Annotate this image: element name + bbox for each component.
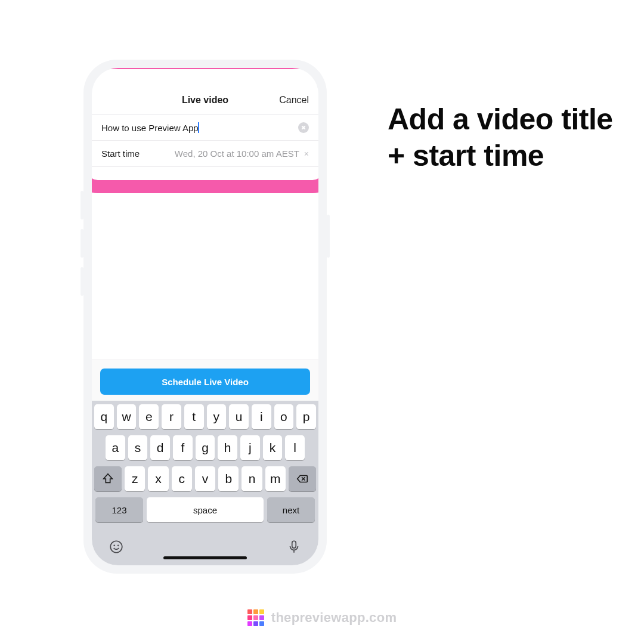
preview-logo-icon [247, 609, 264, 626]
key-i[interactable]: i [252, 404, 271, 429]
title-input-row[interactable]: How to use Preview App [92, 114, 318, 141]
instruction-headline: Add a video title + start time [388, 101, 614, 174]
key-m[interactable]: m [265, 466, 286, 491]
phone-frame: Live video Cancel How to use Preview App… [83, 60, 327, 574]
start-time-value: Wed, 20 Oct at 10:00 am AEST [175, 148, 299, 159]
keyboard-row-1: q w e r t y u i o p [94, 404, 316, 429]
keyboard-row-3: z x c v b n m [94, 466, 316, 491]
keyboard-footer [94, 534, 316, 565]
key-q[interactable]: q [94, 404, 114, 429]
key-j[interactable]: j [240, 435, 260, 460]
svg-point-1 [114, 545, 114, 546]
schedule-button[interactable]: Schedule Live Video [100, 369, 310, 395]
home-indicator [163, 556, 247, 559]
key-g[interactable]: g [196, 435, 215, 460]
key-backspace[interactable] [289, 466, 316, 491]
key-x[interactable]: x [148, 466, 168, 491]
key-u[interactable]: u [229, 404, 249, 429]
clear-text-icon[interactable] [298, 122, 309, 133]
key-s[interactable]: s [128, 435, 148, 460]
key-n[interactable]: n [242, 466, 262, 491]
key-numbers[interactable]: 123 [95, 497, 143, 522]
backspace-icon [296, 472, 309, 485]
watermark-text: thepreviewapp.com [271, 610, 397, 626]
keyboard-row-2: a s d f g h j k l [94, 435, 316, 460]
dictation-icon[interactable] [286, 539, 302, 557]
key-p[interactable]: p [296, 404, 316, 429]
key-z[interactable]: z [125, 466, 145, 491]
svg-point-2 [118, 545, 119, 546]
start-time-label: Start time [101, 148, 140, 159]
key-v[interactable]: v [195, 466, 215, 491]
emoji-icon[interactable] [109, 539, 124, 557]
watermark: thepreviewapp.com [0, 609, 644, 626]
cancel-button[interactable]: Cancel [279, 95, 309, 106]
key-k[interactable]: k [263, 435, 283, 460]
navbar-title: Live video [182, 95, 228, 106]
svg-point-0 [110, 541, 122, 553]
key-w[interactable]: w [117, 404, 137, 429]
key-y[interactable]: y [207, 404, 227, 429]
key-next[interactable]: next [267, 497, 315, 522]
key-shift[interactable] [94, 466, 122, 491]
navbar: Live video Cancel [92, 86, 318, 114]
start-time-row[interactable]: Start time Wed, 20 Oct at 10:00 am AEST … [92, 141, 318, 167]
title-input-value[interactable]: How to use Preview App [101, 122, 293, 133]
shift-icon [101, 472, 114, 485]
key-c[interactable]: c [172, 466, 192, 491]
key-l[interactable]: l [285, 435, 305, 460]
keyboard: q w e r t y u i o p a s d f g h j k l [92, 401, 318, 565]
key-r[interactable]: r [162, 404, 181, 429]
blank-area [92, 167, 318, 360]
phone-screen: Live video Cancel How to use Preview App… [92, 68, 318, 565]
key-b[interactable]: b [218, 466, 239, 491]
key-o[interactable]: o [274, 404, 294, 429]
action-bar: Schedule Live Video [92, 360, 318, 401]
key-a[interactable]: a [106, 435, 125, 460]
key-e[interactable]: e [139, 404, 159, 429]
key-d[interactable]: d [150, 435, 170, 460]
key-t[interactable]: t [184, 404, 204, 429]
keyboard-row-4: 123 space next [94, 497, 316, 528]
key-space[interactable]: space [147, 497, 264, 522]
key-f[interactable]: f [173, 435, 193, 460]
svg-rect-3 [292, 541, 296, 548]
row-accessory-icon: × [304, 149, 309, 159]
key-h[interactable]: h [218, 435, 237, 460]
